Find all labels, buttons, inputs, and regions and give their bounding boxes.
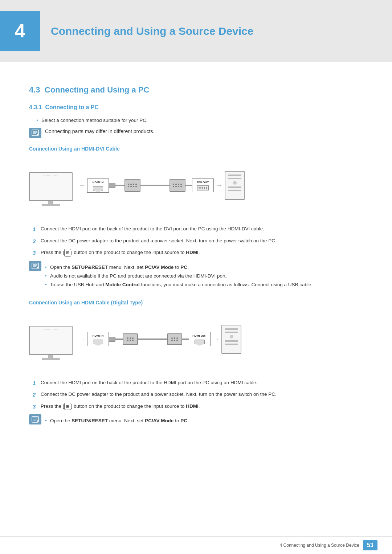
hdmi-digital-step-2: 2 Connect the DC power adapter to the pr…: [33, 391, 363, 399]
hdmi-dvi-note-3: To use the USB Hub and Mobile Control fu…: [45, 281, 363, 288]
note-content-3: Open the SETUP&RESET menu. Next, set PC/…: [45, 414, 363, 427]
hdmi-out-port: HDMI OUT: [189, 332, 211, 346]
pc-tower-1: [225, 171, 245, 200]
monitor-base-2: [42, 358, 60, 360]
note-icon-2: [29, 261, 41, 271]
hdmi-digital-section-title: Connection Using an HDMI Cable (Digital …: [29, 299, 363, 307]
hdmi-dvi-diagram: SAMSUNG → HDMI IN: [29, 160, 363, 218]
hdmi-in-port-2: HDMI IN: [87, 332, 109, 346]
hdmi-dvi-step-1: 1 Connect the HDMI port on the back of t…: [33, 225, 363, 234]
pc-slot-1: [228, 175, 241, 176]
pc-slot-5: [225, 328, 238, 330]
hdmi-dvi-step-3: 3 Press the [⊞] button on the product to…: [33, 249, 363, 257]
note-box-3: Open the SETUP&RESET menu. Next, set PC/…: [29, 414, 363, 427]
chapter-number: 4: [0, 11, 40, 51]
main-content: 4.3 Connecting and Using a PC 4.3.1 Conn…: [0, 62, 392, 453]
note-icon-1: [29, 128, 41, 138]
page-header: 4 Connecting and Using a Source Device: [0, 0, 392, 62]
pc-tower-2: [221, 325, 241, 354]
footer-page-number: 53: [363, 540, 377, 550]
note-content-2: Open the SETUP&RESET menu. Next, set PC/…: [45, 261, 363, 292]
hdmi-dvi-steps: 1 Connect the HDMI port on the back of t…: [33, 225, 363, 257]
intro-bullet-item: Select a connection method suitable for …: [36, 117, 363, 124]
monitor-base-1: [42, 204, 60, 206]
hdmi-digital-conn-diagram: SAMSUNG → HDMI IN: [29, 323, 363, 363]
intro-bullets: Select a connection method suitable for …: [36, 117, 363, 124]
arrow-2: →: [216, 181, 222, 190]
monitor-brand-1: SAMSUNG: [43, 174, 59, 177]
note-content-1: Connecting parts may differ in different…: [45, 128, 363, 135]
hdmi-digital-steps: 1 Connect the HDMI port on the back of t…: [33, 379, 363, 411]
pc-button-1: [233, 181, 237, 185]
monitor-screen-1: SAMSUNG: [29, 172, 73, 201]
hdmi-cable-digital: [109, 333, 189, 345]
note-box-2: Open the SETUP&RESET menu. Next, set PC/…: [29, 261, 363, 292]
source-button-icon-2: ⊞: [64, 403, 71, 410]
pc-slot-7: [225, 340, 238, 342]
pc-slot-2: [228, 178, 241, 179]
hdmi-dvi-conn-diagram: SAMSUNG → HDMI IN: [29, 169, 363, 209]
section-heading: 4.3 Connecting and Using a PC: [29, 84, 363, 96]
note-box-1: Connecting parts may differ in different…: [29, 128, 363, 138]
arrow-3: →: [78, 334, 85, 344]
note-icon-3: [29, 414, 41, 424]
hdmi-dvi-step-2: 2 Connect the DC power adapter to the pr…: [33, 237, 363, 246]
cable-seg-1: [109, 179, 192, 192]
pc-slot-8: [225, 344, 238, 345]
hdmi-dvi-note-2: Audio is not available if the PC and pro…: [45, 272, 363, 280]
monitor-neck-1: [48, 201, 53, 204]
hdmi-dvi-notes: Open the SETUP&RESET menu. Next, set PC/…: [45, 264, 363, 289]
hdmi-dvi-note-1: Open the SETUP&RESET menu. Next, set PC/…: [45, 264, 363, 271]
hdmi-dvi-section-title: Connection Using an HDMI-DVI Cable: [29, 145, 363, 153]
pc-slot-3: [228, 186, 241, 188]
hdmi-digital-step-1: 1 Connect the HDMI port on the back of t…: [33, 379, 363, 387]
pc-button-2: [230, 335, 233, 338]
monitor-illustration-2: SAMSUNG: [29, 326, 73, 360]
dvi-out-port: DVI OUT: [192, 178, 214, 192]
pc-slot-4: [228, 190, 241, 191]
monitor-illustration-1: SAMSUNG: [29, 172, 73, 206]
monitor-brand-2: SAMSUNG: [43, 328, 59, 331]
arrow-1: →: [78, 181, 85, 190]
chapter-title: Connecting and Using a Source Device: [51, 23, 253, 39]
arrow-4: →: [213, 334, 219, 344]
hdmi-digital-notes: Open the SETUP&RESET menu. Next, set PC/…: [45, 417, 363, 424]
page-footer: 4 Connecting and Using a Source Device 5…: [0, 536, 392, 554]
subsection-heading: 4.3.1 Connecting to a PC: [29, 103, 363, 112]
source-button-icon-1: ⊞: [64, 249, 71, 257]
hdmi-digital-step-3: 3 Press the [⊞] button on the product to…: [33, 403, 363, 411]
hdmi-in-port-1: HDMI IN: [87, 178, 109, 193]
hdmi-digital-note-1: Open the SETUP&RESET menu. Next, set PC/…: [45, 417, 363, 424]
pc-slot-6: [225, 332, 238, 333]
monitor-neck-2: [48, 355, 53, 358]
monitor-screen-2: SAMSUNG: [29, 326, 73, 355]
footer-text: 4 Connecting and Using a Source Device: [280, 542, 359, 549]
hdmi-digital-diagram: SAMSUNG → HDMI IN: [29, 314, 363, 372]
